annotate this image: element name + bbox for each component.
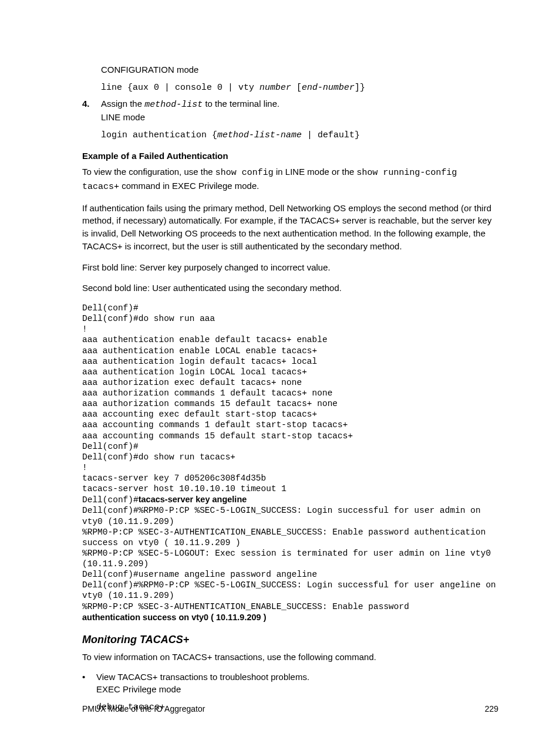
- step3-mode: CONFIGURATION mode: [101, 65, 498, 75]
- paragraph: First bold line: Server key purposely ch…: [82, 261, 498, 274]
- paragraph: To view the configuration, use the show …: [82, 165, 498, 194]
- code-block: Dell(conf)# Dell(conf)#do show run aaa !…: [82, 303, 498, 623]
- bullet-text: View TACACS+ transactions to troubleshoo…: [96, 672, 309, 682]
- inline-code: method-list: [144, 100, 203, 110]
- text-run: Assign the: [101, 99, 144, 109]
- step-number: 4.: [82, 99, 101, 109]
- document-page: CONFIGURATION mode line {aux 0 | console…: [0, 0, 560, 744]
- code-param: number: [259, 83, 291, 93]
- monitoring-heading: Monitoring TACACS+: [82, 634, 498, 646]
- bullet-mode: EXEC Privilege mode: [96, 684, 498, 694]
- paragraph: To view information on TACACS+ transacti…: [82, 651, 498, 664]
- bold-code: authentication success on vty0 ( 10.11.9…: [82, 613, 266, 622]
- bullet-marker: •: [82, 672, 96, 682]
- code-param: method-list-name: [217, 130, 302, 140]
- step4-mode: LINE mode: [101, 112, 498, 122]
- example-heading: Example of a Failed Authentication: [82, 151, 498, 161]
- code-text: line {aux 0 | console 0 | vty: [101, 83, 259, 93]
- code-text: | default}: [302, 130, 360, 140]
- code-param: end-number: [302, 83, 355, 93]
- page-footer: PMUX Mode of the IO Aggregator 229: [82, 704, 498, 713]
- paragraph: Second bold line: User authenticated usi…: [82, 282, 498, 295]
- code-text: Dell(conf)#%RPM0-P:CP %SEC-5-LOGIN_SUCCE…: [82, 506, 501, 611]
- text-run: to the terminal line.: [203, 99, 279, 109]
- text-run: in LINE mode or the: [274, 167, 357, 177]
- step4-row: 4. Assign the method-list to the termina…: [82, 99, 498, 110]
- bold-code: tacacs-server key angeline: [139, 495, 247, 504]
- page-number: 229: [485, 704, 498, 713]
- step3-code: line {aux 0 | console 0 | vty number [en…: [101, 83, 498, 93]
- step4-text: Assign the method-list to the terminal l…: [101, 99, 279, 110]
- code-text: [: [291, 83, 302, 93]
- paragraph: If authentication fails using the primar…: [82, 202, 498, 253]
- step4-code: login authentication {method-list-name |…: [101, 130, 498, 140]
- inline-code: show config: [215, 168, 274, 178]
- code-text: login authentication {: [101, 130, 217, 140]
- footer-title: PMUX Mode of the IO Aggregator: [82, 704, 205, 713]
- bullet-row: • View TACACS+ transactions to troublesh…: [82, 672, 498, 682]
- text-run: To view the configuration, use the: [82, 167, 215, 177]
- code-text: ]}: [355, 83, 365, 93]
- text-run: command in EXEC Privilege mode.: [119, 181, 259, 191]
- code-text: Dell(conf)# Dell(conf)#do show run aaa !…: [82, 303, 353, 505]
